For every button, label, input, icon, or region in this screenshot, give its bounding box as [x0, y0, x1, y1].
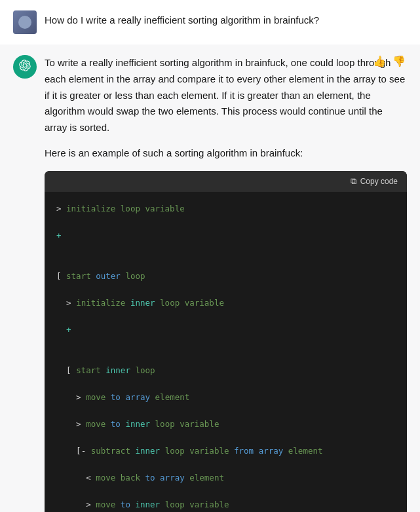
copy-icon: ⧉: [351, 176, 356, 187]
code-header: ⧉ Copy code: [45, 171, 407, 192]
gpt-logo-icon: [19, 60, 31, 75]
thumbs-up-button[interactable]: 👍: [372, 55, 387, 68]
assistant-actions: 👍 👎: [372, 55, 407, 68]
assistant-response-p2: Here is an example of such a sorting alg…: [45, 145, 407, 162]
assistant-content: To write a really inefficient sorting al…: [45, 55, 407, 512]
assistant-response-p1: To write a really inefficient sorting al…: [45, 55, 407, 136]
user-message: How do I write a really inefficient sort…: [0, 0, 420, 45]
chat-container: How do I write a really inefficient sort…: [0, 0, 420, 512]
user-question: How do I write a really inefficient sort…: [45, 10, 319, 28]
code-content: > initialize loop variable + [ start out…: [45, 192, 407, 513]
copy-code-label: Copy code: [360, 177, 398, 186]
code-block: ⧉ Copy code > initialize loop variable +…: [45, 171, 407, 513]
user-avatar: [13, 10, 37, 34]
thumbs-up-icon: 👍: [373, 56, 386, 67]
user-avatar-image: [13, 10, 37, 34]
thumbs-down-icon: 👎: [392, 56, 406, 67]
copy-code-button[interactable]: ⧉ Copy code: [351, 176, 398, 187]
assistant-avatar: [13, 55, 37, 79]
thumbs-down-button[interactable]: 👎: [391, 55, 407, 68]
assistant-message: To write a really inefficient sorting al…: [0, 45, 420, 512]
